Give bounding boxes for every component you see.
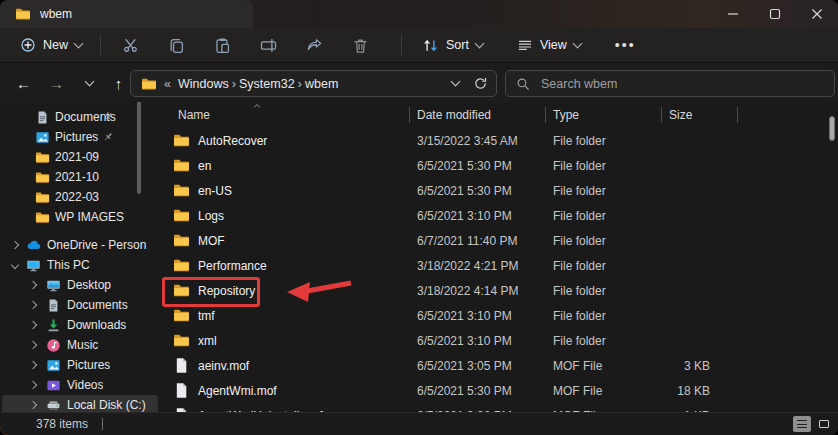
copy-button[interactable] xyxy=(159,30,193,60)
sidebar-item-wp-images[interactable]: WP IMAGES xyxy=(2,207,158,227)
file-list-scrollbar[interactable] xyxy=(829,116,835,141)
up-button[interactable]: ↑ xyxy=(105,70,132,97)
window-controls xyxy=(712,0,838,28)
recent-locations-button[interactable] xyxy=(76,70,103,97)
sidebar-item-documents[interactable]: Documents xyxy=(2,295,158,315)
expand-chevron-icon[interactable] xyxy=(29,401,37,409)
maximize-button[interactable] xyxy=(754,0,796,28)
view-button[interactable]: View xyxy=(511,30,587,60)
toolbar-divider xyxy=(401,35,402,55)
folder-icon xyxy=(35,170,50,185)
sidebar-item-music[interactable]: Music xyxy=(2,335,158,355)
thumbnails-view-icon xyxy=(819,420,829,428)
minimize-button[interactable] xyxy=(712,0,754,28)
breadcrumb: Windows›System32›wbem xyxy=(178,76,338,91)
file-icon xyxy=(173,382,190,399)
sort-button[interactable]: Sort xyxy=(416,30,489,60)
column-header-blank xyxy=(737,102,838,128)
sidebar-item-local-disk-c-[interactable]: Local Disk (C:) xyxy=(2,395,158,412)
expand-chevron-icon[interactable] xyxy=(29,281,37,289)
sidebar-item-documents[interactable]: Documents xyxy=(2,107,158,127)
breadcrumb-separator-icon: › xyxy=(295,76,305,91)
rename-button[interactable] xyxy=(251,30,285,60)
breadcrumb-item[interactable]: wbem xyxy=(305,77,338,91)
expand-chevron-icon[interactable] xyxy=(29,321,37,329)
folder-icon xyxy=(15,6,31,22)
sidebar-item-downloads[interactable]: Downloads xyxy=(2,315,158,335)
paste-button[interactable] xyxy=(205,30,239,60)
file-row[interactable]: aeinv.mof 6/5/2021 3:05 PM MOF File 3 KB xyxy=(161,353,838,378)
expand-chevron-icon[interactable] xyxy=(29,341,37,349)
column-header-type[interactable]: Type xyxy=(545,102,661,128)
address-dropdown-icon[interactable] xyxy=(451,77,461,87)
sidebar-item-desktop[interactable]: Desktop xyxy=(2,275,158,295)
file-row[interactable]: Performance 3/18/2022 4:21 PM File folde… xyxy=(161,253,838,278)
command-bar: New Sort View ••• xyxy=(0,28,838,62)
explorer-tab[interactable]: wbem xyxy=(0,0,253,28)
delete-button[interactable] xyxy=(343,30,377,60)
breadcrumb-item[interactable]: Windows xyxy=(178,77,229,91)
column-header-date-modified[interactable]: Date modified xyxy=(409,102,545,128)
expand-chevron-icon[interactable] xyxy=(29,361,37,369)
sidebar-item-videos[interactable]: Videos xyxy=(2,375,158,395)
details-view-button[interactable] xyxy=(793,416,811,432)
sidebar-item-pictures[interactable]: Pictures xyxy=(2,355,158,375)
search-input[interactable] xyxy=(539,76,824,92)
breadcrumb-overflow[interactable]: « xyxy=(164,77,171,91)
file-row[interactable]: AutoRecover 3/15/2022 3:45 AM File folde… xyxy=(161,128,838,153)
file-rows: AutoRecover 3/15/2022 3:45 AM File folde… xyxy=(161,128,838,412)
column-header-size[interactable]: Size xyxy=(661,102,737,128)
refresh-icon[interactable] xyxy=(473,76,488,91)
thumbnails-view-button[interactable] xyxy=(815,416,833,432)
forward-button[interactable]: → xyxy=(43,70,70,97)
file-row[interactable]: en 6/5/2021 5:30 PM File folder xyxy=(161,153,838,178)
folder-icon xyxy=(35,150,50,165)
status-divider xyxy=(102,418,103,430)
more-options-button[interactable]: ••• xyxy=(615,37,636,53)
view-button-label: View xyxy=(540,38,567,52)
expand-chevron-icon[interactable] xyxy=(11,241,19,249)
sidebar-item-pictures[interactable]: Pictures xyxy=(2,127,158,147)
folder-icon xyxy=(173,332,190,349)
file-row[interactable]: xml 6/5/2021 3:10 PM File folder xyxy=(161,328,838,353)
sidebar-item-2021-09[interactable]: 2021-09 xyxy=(2,147,158,167)
file-row[interactable]: tmf 6/5/2021 3:10 PM File folder xyxy=(161,303,838,328)
chevron-down-icon xyxy=(74,38,84,48)
file-explorer-window: wbem New xyxy=(0,0,838,435)
share-icon xyxy=(306,37,323,54)
file-row[interactable]: Logs 6/5/2021 3:10 PM File folder xyxy=(161,203,838,228)
file-row[interactable]: Repository 3/18/2022 4:14 PM File folder xyxy=(161,278,838,303)
downloads-icon xyxy=(46,318,61,333)
share-button[interactable] xyxy=(297,30,331,60)
toolbar-divider xyxy=(100,35,101,55)
file-row[interactable]: AgentWmi.mof 6/5/2021 5:30 PM MOF File 1… xyxy=(161,378,838,403)
sidebar-item-2021-10[interactable]: 2021-10 xyxy=(2,167,158,187)
view-list-icon xyxy=(517,37,533,53)
paste-icon xyxy=(214,37,231,54)
sidebar-item-2022-03[interactable]: 2022-03 xyxy=(2,187,158,207)
chevron-down-icon xyxy=(572,38,582,48)
back-button[interactable]: ← xyxy=(10,70,37,97)
file-row[interactable]: en-US 6/5/2021 5:30 PM File folder xyxy=(161,178,838,203)
close-button[interactable] xyxy=(796,0,838,28)
folder-icon xyxy=(173,182,190,199)
folder-icon xyxy=(173,232,190,249)
sidebar-item-onedrive-person[interactable]: OneDrive - Person xyxy=(2,235,158,255)
expand-chevron-icon[interactable] xyxy=(29,301,37,309)
sidebar-scrollbar[interactable] xyxy=(137,88,141,194)
file-row[interactable]: AgentWmiUninstall.mof 6/5/2021 3:06 PM M… xyxy=(161,403,838,412)
folder-icon xyxy=(141,76,157,92)
expand-chevron-icon[interactable] xyxy=(29,381,37,389)
pin-icon xyxy=(102,111,114,123)
onedrive-icon xyxy=(26,238,41,253)
pictures-icon xyxy=(35,130,50,145)
column-header-name[interactable]: Name xyxy=(161,102,409,128)
search-box[interactable] xyxy=(505,70,835,97)
sidebar-item-this-pc[interactable]: This PC xyxy=(2,255,158,275)
new-button[interactable]: New xyxy=(14,30,88,60)
file-row[interactable]: MOF 6/7/2021 11:40 PM File folder xyxy=(161,228,838,253)
breadcrumb-item[interactable]: System32 xyxy=(239,77,295,91)
expand-chevron-icon[interactable] xyxy=(11,261,19,269)
address-bar[interactable]: « Windows›System32›wbem xyxy=(130,70,497,97)
cut-button[interactable] xyxy=(113,30,147,60)
